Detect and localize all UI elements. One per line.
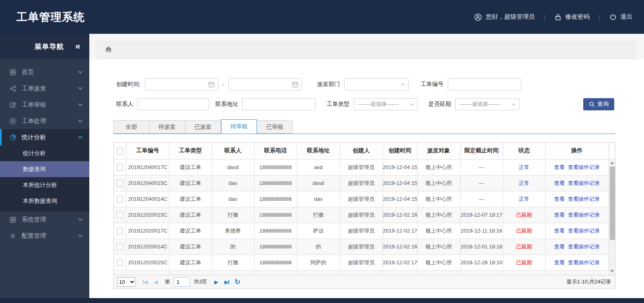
sidebar-item[interactable]: 工单派发 — [0, 80, 89, 97]
row-checkbox[interactable] — [117, 180, 123, 187]
cell-created: 2019-12-02 16 — [383, 239, 417, 255]
created-time-label: 创建时间: — [116, 81, 141, 88]
view-link[interactable]: 查看 — [554, 212, 565, 218]
view-log-link[interactable]: 查看操作记录 — [568, 259, 600, 266]
sidebar-submenu: 统计分析数据查询本所统计分析本所数据查询 — [0, 145, 89, 211]
scrollbar-thumb[interactable] — [610, 167, 615, 240]
view-link[interactable]: 查看 — [554, 180, 565, 186]
sidebar-subitem[interactable]: 本所数据查询 — [0, 193, 89, 209]
row-checkbox[interactable] — [117, 228, 123, 234]
page-number-input[interactable] — [174, 277, 190, 287]
created-time-start-input[interactable] — [145, 79, 218, 90]
page-size-select[interactable]: 10 — [117, 277, 136, 287]
sidebar-item[interactable]: 首页 — [0, 64, 89, 80]
top-header: 工单管理系统 您好，超级管理员 | 修改密码 | — [0, 0, 644, 34]
tab[interactable]: 待派发 — [149, 120, 185, 134]
sidebar-subitem[interactable]: 统计分析 — [0, 145, 89, 161]
cell-order-no: 201912040015C — [126, 175, 169, 191]
view-log-link[interactable]: 查看操作记录 — [568, 180, 600, 186]
column-header: 派发对象 — [417, 143, 460, 159]
cell-type: 建议工单 — [169, 223, 212, 239]
delay-select[interactable]: -------请选择------- — [455, 98, 520, 110]
row-checkbox[interactable] — [117, 196, 123, 202]
calendar-icon[interactable] — [208, 81, 215, 89]
sidebar-item[interactable]: 工单处理 — [0, 113, 89, 129]
search-button[interactable]: 查询 — [583, 98, 614, 110]
filter-row-2: 联系人 联系地址 工单类型 -------请选择------- 是否延期 — [116, 98, 644, 110]
contact-input[interactable] — [138, 99, 209, 110]
row-checkbox[interactable] — [117, 259, 123, 266]
dispatch-dept-select[interactable] — [344, 78, 409, 90]
sidebar-item[interactable]: 配置管理 — [0, 228, 89, 244]
table-row: 201912040015C建议工单das18888888888dasd超级管理员… — [114, 175, 609, 191]
sidebar-subitem[interactable]: 数据查询 — [0, 161, 89, 177]
user-icon — [474, 13, 482, 21]
home-icon[interactable] — [104, 45, 113, 55]
view-log-link[interactable]: 查看操作记录 — [568, 164, 600, 170]
sidebar-item[interactable]: 工单审核 — [0, 97, 89, 113]
view-log-link[interactable]: 查看操作记录 — [568, 196, 600, 202]
cell-deadline: 2019-12-28 18:10 — [460, 255, 503, 270]
view-log-link[interactable]: 查看操作记录 — [568, 244, 600, 250]
change-password-button[interactable]: 修改密码 — [554, 13, 590, 21]
view-link[interactable]: 查看 — [554, 228, 565, 234]
select-all-checkbox[interactable] — [117, 148, 123, 154]
row-checkbox[interactable] — [117, 244, 123, 250]
collapse-sidebar-icon[interactable]: « — [75, 42, 80, 51]
cell-address: das — [297, 191, 340, 207]
table-scrollbar[interactable] — [609, 143, 616, 275]
tab[interactable]: 全部 — [113, 120, 149, 134]
table-row: 201912020017C建议工单奥德赛18888888888萨达超级管理员20… — [114, 223, 609, 239]
view-link[interactable]: 查看 — [554, 244, 565, 250]
scroll-up-icon[interactable] — [609, 160, 616, 166]
first-page-icon[interactable]: ◀ — [143, 279, 148, 285]
calendar-icon[interactable] — [292, 81, 299, 89]
cell-order-no: 201912040017C — [126, 159, 169, 175]
chevron-down-icon — [78, 216, 82, 221]
app-title: 工单管理系统 — [16, 10, 85, 24]
chevron-down-icon — [78, 69, 82, 73]
row-checkbox[interactable] — [117, 212, 123, 218]
view-link[interactable]: 查看 — [554, 164, 565, 170]
table-row-partial — [114, 270, 609, 275]
filter-row-1: 创建时间: - — [116, 78, 644, 90]
sidebar-item[interactable]: 系统管理 — [0, 211, 89, 228]
column-header: 创建时间 — [383, 143, 417, 159]
address-label: 联系地址 — [215, 101, 238, 108]
view-log-link[interactable]: 查看操作记录 — [568, 212, 600, 218]
cell-deadline: --- — [460, 175, 503, 191]
last-page-icon[interactable]: ▶ — [224, 279, 229, 285]
refresh-icon[interactable]: ↻ — [235, 278, 240, 286]
chevron-down-icon — [512, 102, 516, 106]
cell-operations: 查看查看操作记录 — [545, 223, 609, 239]
tab[interactable]: 已审核 — [257, 120, 293, 134]
user-greeting[interactable]: 您好，超级管理员 — [474, 13, 535, 21]
view-link[interactable]: 查看 — [554, 259, 565, 266]
sidebar-subitem[interactable]: 本所统计分析 — [0, 177, 89, 193]
order-no-input[interactable] — [448, 79, 521, 90]
next-page-icon[interactable]: ▶ — [214, 279, 218, 285]
prev-page-icon[interactable]: ◀ — [154, 279, 158, 285]
order-type-select[interactable]: -------请选择------- — [354, 98, 418, 110]
cell-operations: 查看查看操作记录 — [545, 255, 609, 270]
grid-icon — [9, 216, 16, 223]
cell-phone: 18888888888 — [254, 239, 297, 255]
cell-address: asd — [297, 159, 340, 175]
created-time-end-input[interactable] — [229, 79, 301, 90]
scrollbar-track[interactable] — [609, 159, 616, 275]
view-link[interactable]: 查看 — [554, 196, 565, 202]
cell-contact: 打撒 — [212, 255, 254, 270]
view-log-link[interactable]: 查看操作记录 — [568, 228, 600, 234]
sidebar-nav: 首页工单派发工单审核工单处理统计分析统计分析数据查询本所统计分析本所数据查询系统… — [0, 59, 89, 244]
order-no-field — [448, 78, 521, 90]
row-checkbox[interactable] — [117, 164, 123, 171]
logout-button[interactable]: 退出 — [609, 13, 633, 21]
address-input[interactable] — [243, 99, 315, 110]
cell-deadline: 2019-12-07 18:17 — [460, 207, 503, 223]
cell-address: dasd — [297, 175, 340, 191]
sidebar-item[interactable]: 统计分析 — [0, 129, 89, 145]
scroll-down-icon[interactable] — [609, 268, 616, 274]
tab[interactable]: 待审核 — [221, 119, 257, 134]
tab[interactable]: 已派发 — [185, 120, 221, 134]
status-badge: 正常 — [503, 175, 545, 191]
